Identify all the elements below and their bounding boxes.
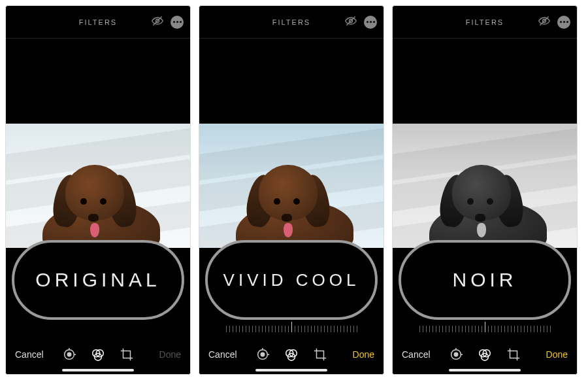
slider-ticks <box>419 322 551 332</box>
top-bar: FILTERS <box>6 6 190 39</box>
filters-icon[interactable] <box>284 347 299 362</box>
filter-name-pill: ORIGINAL <box>12 240 184 320</box>
filter-name-pill: VIVID COOL <box>205 240 378 320</box>
filter-name-label: NOIR <box>453 269 517 291</box>
phone-screen-vivid-cool: FILTERS Cancel <box>199 5 384 375</box>
edit-tools <box>255 347 327 362</box>
svg-point-3 <box>67 353 71 356</box>
photo-subject-dog <box>416 155 553 248</box>
intensity-slider[interactable] <box>393 320 577 334</box>
spacer <box>393 39 577 124</box>
adjust-icon[interactable] <box>255 347 270 362</box>
more-icon[interactable] <box>557 16 570 29</box>
photo-preview[interactable] <box>6 124 190 248</box>
eye-slash-icon[interactable] <box>151 14 164 30</box>
home-indicator[interactable] <box>62 369 134 371</box>
svg-point-21 <box>454 353 458 356</box>
bottom-bar: Cancel D <box>393 335 577 374</box>
crop-icon[interactable] <box>506 347 521 362</box>
top-bar-icons <box>151 14 184 30</box>
phone-screen-original: FILTERS Cancel <box>5 5 191 375</box>
mode-title: FILTERS <box>466 18 504 26</box>
phone-screen-noir: FILTERS Cancel <box>392 5 578 375</box>
adjust-icon[interactable] <box>449 347 463 362</box>
home-indicator[interactable] <box>255 369 327 371</box>
filters-icon[interactable] <box>91 347 105 362</box>
adjust-icon[interactable] <box>62 347 76 362</box>
mode-title: FILTERS <box>79 18 117 26</box>
crop-icon[interactable] <box>313 347 327 362</box>
done-button[interactable]: Done <box>148 349 181 360</box>
crop-icon[interactable] <box>120 347 134 362</box>
bottom-bar: Cancel D <box>6 335 190 374</box>
more-icon[interactable] <box>364 16 377 29</box>
top-bar-icons <box>344 14 377 30</box>
intensity-slider[interactable] <box>199 320 384 334</box>
photo-preview[interactable] <box>199 124 384 248</box>
top-bar: FILTERS <box>199 6 384 39</box>
photo-subject-dog <box>29 155 167 248</box>
spacer <box>6 39 190 124</box>
filters-icon[interactable] <box>478 347 492 362</box>
home-indicator[interactable] <box>449 369 521 371</box>
slider-ticks <box>226 322 357 332</box>
eye-slash-icon[interactable] <box>344 14 357 30</box>
filter-name-pill: NOIR <box>399 240 571 320</box>
edit-tools <box>62 347 134 362</box>
photo-subject-dog <box>223 155 360 248</box>
done-button[interactable]: Done <box>342 349 374 360</box>
cancel-button[interactable]: Cancel <box>208 349 241 360</box>
filter-name-label: VIVID COOL <box>223 270 360 290</box>
cancel-button[interactable]: Cancel <box>15 349 48 360</box>
edit-tools <box>449 347 521 362</box>
filter-name-label: ORIGINAL <box>35 269 160 291</box>
more-icon[interactable] <box>171 16 184 29</box>
svg-point-12 <box>261 353 265 356</box>
bottom-bar: Cancel D <box>199 335 384 374</box>
top-bar-icons <box>538 14 570 30</box>
top-bar: FILTERS <box>393 6 577 39</box>
photo-preview[interactable] <box>393 124 577 248</box>
cancel-button[interactable]: Cancel <box>402 349 434 360</box>
mode-title: FILTERS <box>272 18 310 26</box>
eye-slash-icon[interactable] <box>538 14 551 30</box>
done-button[interactable]: Done <box>535 349 568 360</box>
spacer <box>199 39 384 124</box>
